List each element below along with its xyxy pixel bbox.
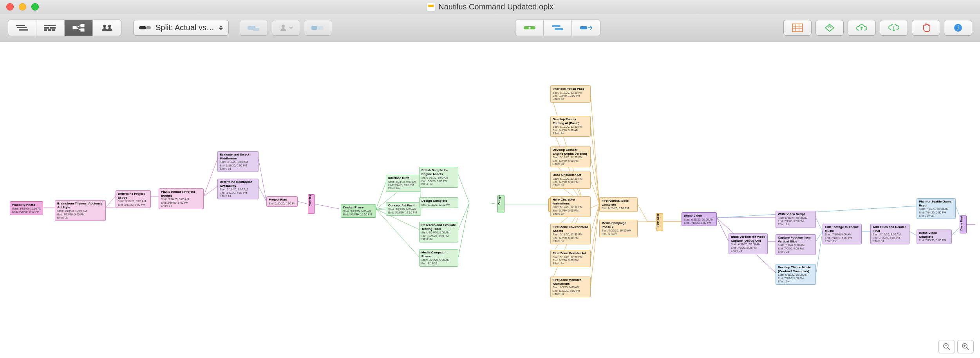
node-demo-complete[interactable]: Demo Video Complete End: 7/15/20, 5:00 P… (917, 230, 952, 244)
reports-button[interactable] (783, 20, 812, 36)
milestone-demo[interactable]: Demo Final (960, 215, 967, 233)
svg-rect-26 (792, 24, 803, 32)
node-research-tools[interactable]: Research and Evaluate Testing Tools Star… (419, 222, 458, 242)
traffic-lights (6, 3, 39, 11)
svg-rect-15 (146, 26, 151, 29)
close-window-button[interactable] (6, 3, 14, 11)
zoom-controls (938, 340, 974, 353)
add-task-button[interactable] (240, 20, 268, 36)
inspector-button[interactable]: i (944, 20, 972, 36)
fullscreen-window-button[interactable] (31, 3, 39, 11)
hand-tool-button[interactable] (912, 20, 940, 36)
network-view-button[interactable] (65, 20, 93, 36)
gantt-view-button[interactable] (8, 20, 36, 36)
node-middleware[interactable]: Evaluate and Select Middleware Start: 3/… (217, 151, 259, 172)
progress-bar-icon (311, 24, 325, 31)
publish-button[interactable] (848, 20, 876, 36)
node-capture-footage[interactable]: Capture Footage from Vertical Slice Star… (776, 234, 816, 255)
node-concept-art[interactable]: Concept Art Push Start: 3/23/20, 9:00 AM… (386, 202, 421, 216)
milestone-slice[interactable]: First Slice (656, 213, 663, 231)
node-theme-music[interactable]: Develop Theme Music (Contract Composer) … (776, 264, 816, 285)
node-design-phase[interactable]: Design Phase Start: 3/23/20, 9:00 AM End… (341, 204, 376, 218)
grid-icon (792, 24, 803, 32)
node-enemy-ai[interactable]: Develop Enemy Pathing AI (Basic) Start: … (550, 116, 591, 137)
node-media-2[interactable]: Media Campaign Phase 2 Start: 6/30/20, 1… (599, 220, 638, 237)
split-bar-icon (139, 25, 151, 31)
level-icon (523, 24, 536, 31)
outline-icon (44, 24, 57, 32)
node-scope[interactable]: Determine Project Scope Start: 3/13/20, … (116, 190, 151, 208)
node-hero-animations[interactable]: Hero Character Animations Start: 5/12/20… (550, 196, 591, 217)
align-button[interactable] (544, 20, 572, 36)
node-polish-engine[interactable]: Polish Sample In-Engine Assets Start: 5/… (419, 167, 458, 188)
svg-rect-9 (73, 26, 76, 29)
svg-rect-6 (44, 29, 47, 31)
node-edit-footage[interactable]: Edit Footage to Theme Music Start: 7/8/2… (823, 224, 862, 244)
milestone-planning[interactable]: Planning (308, 194, 315, 214)
node-combat-engine[interactable]: Develop Combat Engine (Alpha Version) St… (550, 146, 591, 167)
window-title: Nautilus Command Updated.oplx (427, 2, 553, 11)
svg-rect-10 (81, 24, 84, 27)
hand-icon (921, 23, 931, 33)
node-brainstorm[interactable]: Brainstorm Themes, Audience, Art Style S… (55, 200, 106, 221)
import-button[interactable] (880, 20, 908, 36)
svg-rect-3 (44, 25, 56, 26)
minimize-window-button[interactable] (19, 3, 26, 11)
view-mode-segment (8, 20, 121, 36)
filter-segment (515, 20, 600, 36)
cloud-up-icon (856, 24, 868, 32)
svg-rect-25 (580, 26, 587, 29)
svg-rect-5 (50, 27, 56, 29)
network-canvas[interactable]: Planning Phase Start: 3/10/20, 10:00 AM … (0, 42, 980, 358)
node-budget[interactable]: Plan Estimated Project Budget Start: 3/1… (159, 188, 204, 209)
node-media-phase[interactable]: Media Campaign Phase Start: 3/23/20, 9:0… (419, 249, 458, 267)
level-button[interactable] (515, 20, 544, 36)
zoom-out-button[interactable] (938, 340, 955, 353)
outline-view-button[interactable] (36, 20, 65, 36)
svg-line-30 (947, 347, 950, 350)
simulations-button[interactable] (815, 20, 844, 36)
people-icon (100, 24, 114, 32)
split-mode-dropdown[interactable]: Split: Actual vs… (133, 20, 229, 36)
node-contractor[interactable]: Determine Contractor Availability Start:… (217, 179, 259, 199)
svg-point-12 (103, 25, 106, 28)
node-plan-expo[interactable]: Plan for Seattle Game Expo Start: 7/13/2… (917, 198, 956, 219)
zoom-in-button[interactable] (957, 340, 974, 353)
svg-rect-4 (44, 27, 49, 29)
diamond-icon (824, 24, 835, 32)
reschedule-icon (579, 24, 593, 31)
align-icon (551, 24, 564, 31)
svg-rect-14 (139, 26, 146, 29)
svg-rect-7 (48, 29, 51, 31)
svg-rect-20 (311, 26, 317, 30)
document-icon (427, 3, 435, 11)
svg-text:i: i (957, 25, 959, 31)
window-title-text: Nautilus Command Updated.oplx (438, 2, 553, 11)
node-monster-art[interactable]: First Zone Monster Art Start: 5/12/20, 1… (550, 250, 591, 267)
node-titles-render[interactable]: Add Titles and Render Final Start: 7/13/… (870, 224, 909, 244)
svg-rect-2 (19, 29, 28, 31)
network-icon (72, 24, 85, 32)
node-planning-phase[interactable]: Planning Phase Start: 3/10/20, 10:00 AM … (10, 201, 43, 215)
catch-up-button[interactable] (304, 20, 332, 36)
title-bar: Nautilus Command Updated.oplx (0, 0, 980, 14)
node-interface-polish[interactable]: Interface Polish Pass Start: 5/12/20, 12… (550, 85, 591, 103)
node-monster-anim[interactable]: First Zone Monster Animations Start: 6/3… (550, 277, 591, 297)
node-project-plan[interactable]: Project Plan End: 3/20/20, 5:00 PM (266, 196, 298, 207)
svg-line-33 (966, 347, 969, 350)
node-interface-draft[interactable]: Interface Draft Start: 3/23/20, 9:00 AM … (386, 175, 421, 192)
node-build-capture[interactable]: Build Version for Video Capture (Debug O… (729, 233, 768, 254)
node-zone-env[interactable]: First Zone Environment Assets Start: 5/1… (550, 224, 591, 244)
node-design-complete[interactable]: Design Complete End: 5/12/20, 12:30 PM (419, 197, 458, 208)
svg-rect-17 (253, 28, 259, 31)
node-write-script[interactable]: Write Video Script Start: 6/30/20, 10:00… (776, 211, 816, 228)
node-demo-video[interactable]: Demo Video Start: 6/30/20, 10:00 AM End:… (682, 212, 717, 226)
resource-view-button[interactable] (93, 20, 121, 36)
reschedule-button[interactable] (572, 20, 600, 36)
node-boss-art[interactable]: Boss Character Art Start: 5/12/20, 12:30… (550, 172, 591, 189)
milestone-design[interactable]: Design (497, 195, 504, 213)
svg-rect-8 (52, 29, 55, 31)
add-resource-button[interactable] (272, 20, 300, 36)
node-slice-complete[interactable]: First Vertical Slice Complete End: 6/29/… (599, 197, 638, 212)
info-icon: i (953, 23, 963, 33)
